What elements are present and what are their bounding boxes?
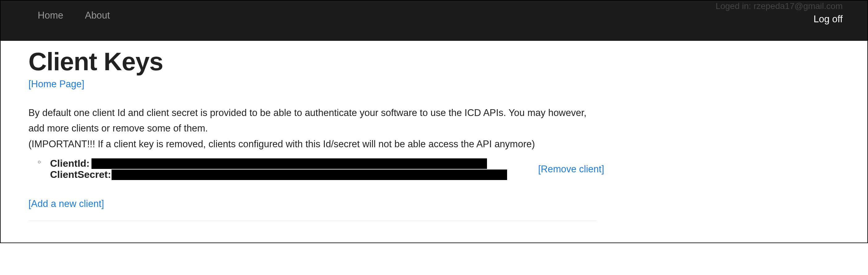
client-secret-row: ClientSecret: — [50, 169, 507, 180]
navbar-right: Loged in: rzepeda17@gmail.com Log off — [716, 1, 843, 25]
client-id-row: ClientId: — [50, 158, 507, 169]
client-item: ClientId: ClientSecret: [Remove client] — [50, 158, 597, 180]
logoff-link[interactable]: Log off — [814, 13, 843, 25]
remove-client-link[interactable]: [Remove client] — [538, 164, 604, 175]
navbar: Home About Loged in: rzepeda17@gmail.com… — [1, 1, 867, 41]
divider — [28, 221, 597, 221]
client-id-label: ClientId: — [50, 158, 90, 169]
content: Client Keys [Home Page] By default one c… — [1, 41, 625, 243]
client-info-block: ClientId: ClientSecret: — [50, 158, 507, 180]
nav-home-link[interactable]: Home — [38, 10, 63, 21]
description-text-1: By default one client Id and client secr… — [28, 105, 597, 136]
client-wrapper: ClientId: ClientSecret: [Remove client] — [50, 158, 597, 180]
client-secret-label: ClientSecret: — [50, 169, 111, 180]
description-text-2: (IMPORTANT!!! If a client key is removed… — [28, 136, 597, 152]
logged-in-text: Loged in: rzepeda17@gmail.com — [716, 1, 843, 11]
client-id-value-redacted — [91, 158, 487, 169]
client-secret-value-redacted — [112, 169, 507, 180]
nav-about-link[interactable]: About — [85, 10, 110, 21]
client-list: ClientId: ClientSecret: [Remove client] — [28, 158, 597, 180]
navbar-left: Home About — [38, 10, 110, 21]
page-title: Client Keys — [28, 47, 597, 76]
add-client-link[interactable]: [Add a new client] — [28, 198, 104, 210]
home-page-link[interactable]: [Home Page] — [28, 79, 84, 90]
